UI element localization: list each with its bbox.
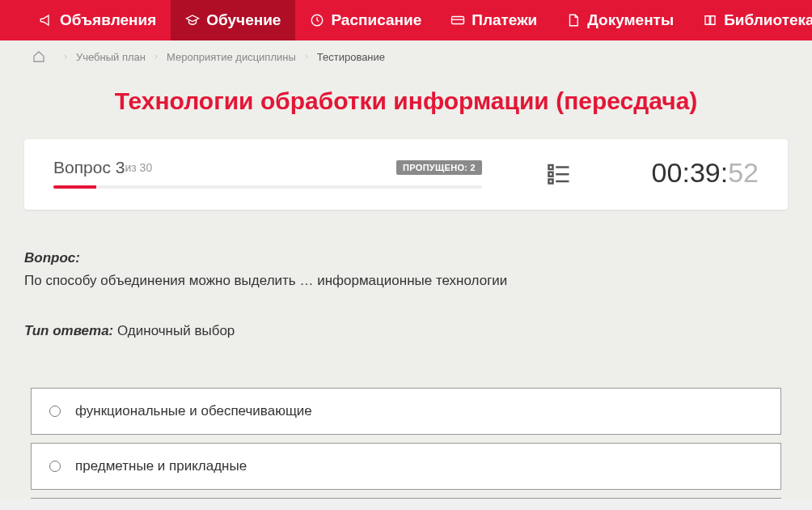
nav-label: Объявления — [60, 11, 156, 29]
timer-min: 00 — [652, 157, 683, 189]
answer-option[interactable]: отдельные (одиночные) и интегрированные — [31, 498, 781, 499]
grad-cap-icon — [185, 13, 200, 28]
app-viewport[interactable]: ОбъявленияОбучениеРасписаниеПлатежиДокум… — [0, 0, 812, 499]
answer-text: функциональные и обеспечивающие — [75, 403, 312, 419]
progress-fill — [53, 185, 96, 189]
svg-rect-7 — [549, 179, 553, 183]
answer-text: предметные и прикладные — [75, 458, 247, 474]
card-icon — [450, 13, 465, 28]
question-text: По способу объединения можно выделить … … — [24, 271, 788, 291]
question-word: Вопрос — [53, 158, 111, 176]
skipped-badge: ПРОПУЩЕНО: 2 — [396, 160, 482, 175]
breadcrumb: Учебный планМероприятие дисциплиныТестир… — [0, 40, 812, 73]
chevron-right-icon — [152, 51, 160, 63]
breadcrumb-link[interactable]: Учебный план — [76, 51, 146, 63]
chevron-right-icon — [61, 51, 70, 63]
svg-rect-3 — [549, 165, 553, 169]
answer-option[interactable]: функциональные и обеспечивающие — [31, 388, 781, 435]
nav-label: Расписание — [331, 11, 421, 29]
question-list-icon[interactable] — [547, 161, 571, 185]
nav-label: Обучение — [206, 11, 281, 29]
timer-sec: 39 — [690, 157, 721, 189]
total-value: 30 — [140, 161, 153, 174]
nav-label: Документы — [587, 11, 674, 29]
home-icon[interactable] — [32, 50, 45, 63]
svg-rect-1 — [452, 17, 464, 24]
answer-radio[interactable] — [49, 461, 61, 472]
question-current: 3 — [116, 158, 125, 176]
horizontal-scrollbar[interactable] — [0, 499, 812, 510]
question-total: из 30 — [125, 161, 152, 174]
nav-item-5[interactable]: Библиотека — [688, 0, 812, 40]
answer-type-row: Тип ответа: Одиночный выбор — [24, 323, 788, 339]
nav-label: Платежи — [472, 11, 537, 29]
chevron-right-icon — [302, 51, 311, 63]
timer-csec: 52 — [728, 157, 759, 189]
progress-bar — [53, 185, 482, 189]
of-word: из — [125, 161, 136, 174]
nav-item-3[interactable]: Платежи — [436, 0, 552, 40]
answer-radio[interactable] — [49, 406, 61, 417]
timer-sep1: : — [682, 157, 689, 189]
question-area: Вопрос: По способу объединения можно выд… — [0, 250, 812, 499]
nav-item-1[interactable]: Обучение — [171, 0, 295, 40]
answer-options: функциональные и обеспечивающиепредметны… — [24, 388, 788, 499]
nav-item-4[interactable]: Документы — [552, 0, 688, 40]
page-title: Технологии обработки информации (пересда… — [0, 87, 812, 115]
answer-type-value: Одиночный выбор — [117, 323, 235, 338]
answer-type-label: Тип ответа: — [24, 323, 113, 338]
test-status-card: Вопрос 3 из 30 ПРОПУЩЕНО: 2 — [24, 139, 788, 210]
book-icon — [703, 13, 717, 28]
megaphone-icon — [39, 13, 53, 28]
nav-item-0[interactable]: Объявления — [24, 0, 171, 40]
breadcrumb-link[interactable]: Мероприятие дисциплины — [167, 51, 296, 63]
svg-rect-5 — [549, 172, 553, 176]
nav-item-2[interactable]: Расписание — [295, 0, 436, 40]
question-counter: Вопрос 3 — [53, 158, 125, 177]
clock-icon — [310, 13, 324, 28]
nav-label: Библиотека — [724, 11, 812, 29]
breadcrumb-current: Тестирование — [317, 51, 385, 63]
doc-icon — [566, 13, 581, 28]
timer-sep2: : — [721, 157, 728, 189]
answer-option[interactable]: предметные и прикладные — [31, 443, 781, 490]
timer: 00:39:52 — [652, 157, 759, 189]
main-nav: ОбъявленияОбучениеРасписаниеПлатежиДокум… — [0, 0, 812, 40]
question-label: Вопрос: — [24, 250, 788, 266]
